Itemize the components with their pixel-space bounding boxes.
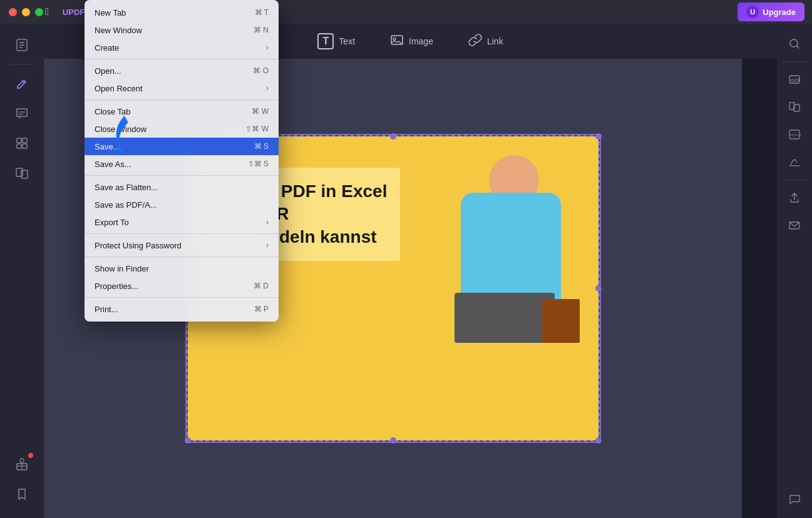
menu-save-as-shortcut: ⇧⌘ S [248,160,269,168]
menu-properties-shortcut: ⌘ D [254,282,269,290]
menu-protect-chevron: › [266,241,269,250]
menu-export-to-chevron: › [266,218,269,226]
menu-properties-left: Properties... [95,282,138,291]
menu-save-as[interactable]: Save As... ⇧⌘ S [85,155,279,173]
menu-protect-left: Protect Using Password [95,241,182,250]
menu-new-tab-left: New Tab [95,8,126,18]
menu-close-window-label: Close Window [95,124,146,134]
menu-new-tab[interactable]: New Tab ⌘ T [85,4,279,21]
menu-open-label: Open... [95,66,121,76]
menu-sep-2 [85,99,279,100]
menu-close-tab[interactable]: Close Tab ⌘ W [85,103,279,120]
menu-save-flatten-label: Save as Flatten... [95,183,158,192]
dropdown-overlay: New Tab ⌘ T New Window ⌘ N Create › Open… [0,0,812,518]
menu-new-window-label: New Window [95,26,142,35]
menu-close-window[interactable]: Close Window ⇧⌘ W [85,120,279,138]
menu-close-window-left: Close Window [95,124,146,134]
menu-save-left: Save... [95,142,120,151]
menu-close-tab-shortcut: ⌘ W [252,107,269,116]
menu-new-tab-label: New Tab [95,8,126,18]
menu-open-shortcut: ⌘ O [253,66,269,75]
menu-sep-6 [85,297,279,298]
menu-export-to-left: Export To [95,218,129,227]
menu-print-left: Print... [95,305,118,314]
menu-export-to-label: Export To [95,218,129,227]
menu-open-recent-left: Open Recent [95,84,143,93]
menu-show-finder-label: Show in Finder [95,264,149,273]
menu-create-label: Create [95,43,119,53]
menu-print-label: Print... [95,305,118,314]
menu-close-tab-left: Close Tab [95,107,131,116]
menu-print-shortcut: ⌘ P [254,305,269,313]
menu-sep-4 [85,233,279,234]
file-dropdown-menu: New Tab ⌘ T New Window ⌘ N Create › Open… [85,0,279,322]
menu-protect[interactable]: Protect Using Password › [85,236,279,254]
menu-save[interactable]: Save... ⌘ S [85,138,279,155]
menu-save-as-left: Save As... [95,160,131,169]
menu-new-window[interactable]: New Window ⌘ N [85,21,279,39]
menu-save-pdfa-label: Save as PDF/A... [95,200,157,210]
menu-new-window-left: New Window [95,26,142,35]
menu-save-flatten-left: Save as Flatten... [95,183,158,192]
menu-show-finder-left: Show in Finder [95,264,149,273]
menu-open-recent-chevron: › [266,84,269,93]
menu-open-left: Open... [95,66,121,76]
menu-sep-1 [85,59,279,59]
menu-show-finder[interactable]: Show in Finder [85,260,279,277]
menu-sep-3 [85,175,279,176]
menu-close-window-shortcut: ⇧⌘ W [245,124,269,133]
menu-create[interactable]: Create › [85,39,279,56]
menu-save-label: Save... [95,142,120,151]
menu-save-pdfa-left: Save as PDF/A... [95,200,157,210]
menu-open[interactable]: Open... ⌘ O [85,62,279,79]
menu-print[interactable]: Print... ⌘ P [85,300,279,318]
menu-properties[interactable]: Properties... ⌘ D [85,277,279,295]
menu-create-left: Create [95,43,119,53]
menu-create-chevron: › [266,43,269,52]
menu-protect-label: Protect Using Password [95,241,182,250]
menu-new-window-shortcut: ⌘ N [254,26,269,34]
menu-properties-label: Properties... [95,282,138,291]
menu-export-to[interactable]: Export To › [85,213,279,231]
menu-open-recent[interactable]: Open Recent › [85,79,279,97]
menu-save-flatten[interactable]: Save as Flatten... [85,178,279,196]
menu-save-pdfa[interactable]: Save as PDF/A... [85,196,279,213]
menu-close-tab-label: Close Tab [95,107,131,116]
menu-sep-5 [85,256,279,257]
menu-open-recent-label: Open Recent [95,84,143,93]
menu-save-as-label: Save As... [95,160,131,169]
menu-save-shortcut: ⌘ S [254,142,269,151]
menu-new-tab-shortcut: ⌘ T [255,8,269,17]
